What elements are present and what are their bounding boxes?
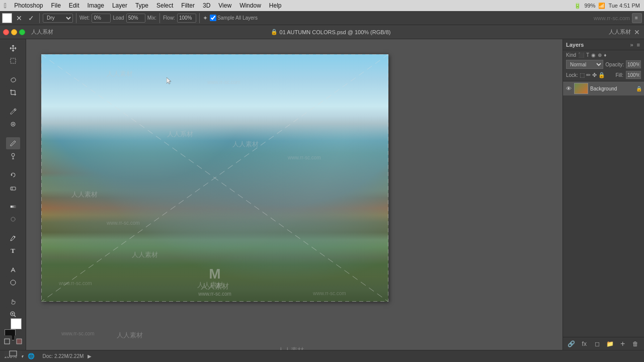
menu-item-help[interactable]: Help [266, 1, 285, 10]
opacity-input[interactable] [626, 60, 641, 68]
separator4 [199, 13, 200, 23]
trees-layer [41, 116, 388, 302]
menu-item-type[interactable]: Type [132, 1, 152, 10]
clone-stamp-button[interactable] [6, 150, 20, 162]
delete-layer-button[interactable]: 🗑 [630, 340, 640, 347]
brush-tool-button[interactable] [6, 137, 20, 149]
panel-toggle-button[interactable]: ≡ [632, 13, 642, 23]
canvas-container[interactable]: 人人素材 人人系材 人人素材 人人素材 人人素材 人人素材 人人素材 人人素材 … [41, 54, 388, 302]
menu-item-3d[interactable]: 3D [199, 1, 214, 10]
maximize-window-button[interactable] [19, 29, 25, 35]
separator2 [76, 13, 76, 23]
cancel-button[interactable]: ✕ [14, 14, 24, 22]
blend-opacity-row: Normal Opacity: [566, 60, 641, 69]
doc-close-button[interactable]: ✕ [634, 28, 640, 36]
time-display: Tue 4:51 PM [608, 3, 640, 9]
standard-mode-button[interactable] [2, 335, 12, 347]
load-label: Load [113, 15, 124, 21]
history-brush-button[interactable] [6, 169, 20, 181]
kind-filter-smart-icon[interactable]: ♦ [604, 52, 606, 58]
tool-group-shape [6, 264, 20, 289]
load-input[interactable] [126, 14, 145, 23]
doc-tab-title: 🔒 01 AUTUMN COLORS.psd @ 100% (RGB/8) [271, 29, 391, 35]
shape-tool-button[interactable] [6, 277, 20, 289]
svg-rect-0 [11, 58, 16, 63]
menu-item-layer[interactable]: Layer [109, 1, 131, 10]
layers-panel-footer: 🔗 fx ◻ 📁 + 🗑 [563, 337, 644, 350]
earth-icon: 🌐 [28, 353, 35, 359]
kind-filter-adj-icon[interactable]: ⊕ [598, 52, 602, 58]
blend-mode-select[interactable]: Normal [566, 60, 603, 69]
lock-brush-icon[interactable]: ✏ [586, 72, 591, 78]
add-mask-button[interactable]: ◻ [592, 340, 602, 347]
menu-item-window[interactable]: Window [236, 1, 265, 10]
wet-input[interactable] [92, 14, 111, 23]
tool-group-pen [6, 201, 20, 225]
crop-tool-button[interactable] [6, 86, 20, 99]
menu-item-filter[interactable]: Filter [178, 1, 198, 10]
panel-expand-button[interactable]: » [629, 42, 634, 48]
sample-all-layers-checkbox[interactable] [210, 15, 216, 21]
tool-options-bar: ✕ ✓ Dry Wet: Load Mix: Flow: ✦ Sample Al… [0, 11, 644, 25]
new-layer-button[interactable]: + [618, 339, 628, 348]
layer-visibility-icon[interactable]: 👁 [565, 85, 572, 92]
svg-rect-11 [11, 206, 16, 208]
menu-item-file[interactable]: File [48, 1, 64, 10]
separator [39, 13, 40, 23]
eyedropper-tool-button[interactable] [6, 106, 20, 118]
path-select-button[interactable] [6, 264, 20, 276]
gradient-tool-button[interactable] [6, 201, 20, 213]
background-color[interactable] [11, 318, 22, 329]
brush-color-swatch[interactable] [2, 13, 12, 23]
kind-filter-shape-icon[interactable]: ◉ [591, 52, 596, 58]
select-tool-button[interactable] [6, 55, 20, 67]
svg-rect-20 [5, 339, 10, 344]
svg-line-17 [14, 315, 16, 317]
kind-filter-text-icon[interactable]: T [586, 52, 589, 58]
brush-mode-select[interactable]: Dry [43, 14, 73, 23]
new-group-button[interactable]: 📁 [605, 340, 615, 347]
menu-item-photoshop[interactable]: Photoshop [11, 1, 46, 10]
tool-group-hand [6, 296, 20, 320]
menu-item-image[interactable]: Image [84, 1, 108, 10]
close-window-button[interactable] [3, 29, 9, 35]
blur-tool-button[interactable] [6, 213, 20, 225]
confirm-button[interactable]: ✓ [26, 14, 36, 22]
layers-panel-title: Layers [566, 42, 584, 48]
main-layout: T [0, 39, 644, 350]
link-layers-button[interactable]: 🔗 [567, 340, 577, 347]
layer-fx-button[interactable]: fx [579, 340, 589, 347]
hand-tool-button[interactable] [6, 296, 20, 308]
lock-icon: 🔒 [271, 29, 278, 35]
tool-group-blur [6, 169, 20, 194]
layer-name: Background [590, 86, 634, 92]
lasso-tool-button[interactable] [6, 74, 20, 86]
eraser-tool-button[interactable] [6, 182, 20, 194]
spot-healing-button[interactable] [6, 118, 20, 130]
text-tool-button[interactable]: T [6, 245, 20, 257]
flow-input[interactable] [177, 14, 196, 23]
lock-move-icon[interactable]: ✤ [592, 72, 597, 78]
lock-transparent-icon[interactable]: ⬚ [580, 72, 585, 78]
tool-group-selection [6, 42, 20, 67]
move-tool-button[interactable] [6, 42, 20, 54]
quick-mask-button[interactable] [14, 335, 24, 347]
watermark-chars-left: 人人系材 [31, 28, 53, 36]
fill-input[interactable] [626, 71, 641, 79]
menu-item-view[interactable]: View [215, 1, 235, 10]
minimize-window-button[interactable] [11, 29, 17, 35]
pen-tool-button[interactable] [6, 232, 20, 244]
kind-filter-icon[interactable]: ⬛ [578, 52, 584, 58]
menu-item-select[interactable]: Select [153, 1, 177, 10]
doc-tab-right: 人人系材 ✕ [605, 28, 644, 36]
layers-panel-header: Layers » ≡ [563, 39, 644, 50]
screen-mode-button[interactable] [4, 350, 22, 356]
layer-background-item[interactable]: 👁 Background 🔒 [563, 81, 644, 96]
lock-all-icon[interactable]: 🔒 [598, 72, 605, 78]
status-arrow-button[interactable]: ▶ [88, 353, 92, 359]
menu-item-edit[interactable]: Edit [65, 1, 83, 10]
battery-percent: 99% [584, 3, 595, 9]
panel-menu-button[interactable]: ≡ [636, 42, 641, 48]
separator3 [159, 13, 160, 23]
document-tab[interactable]: 🔒 01 AUTUMN COLORS.psd @ 100% (RGB/8) [56, 29, 605, 35]
